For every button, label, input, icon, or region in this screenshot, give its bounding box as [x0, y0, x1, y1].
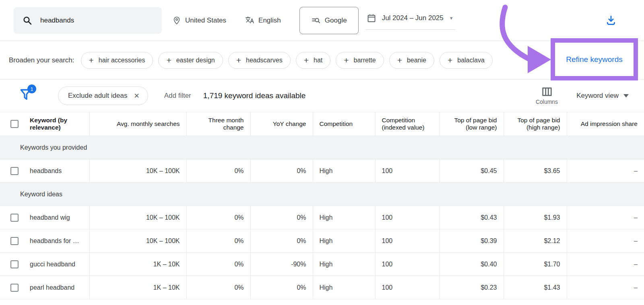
refine-keywords-button[interactable]: Refine keywords: [566, 55, 622, 64]
chip-label: headscarves: [246, 57, 283, 64]
yoy-change-cell: 0%: [250, 159, 313, 183]
keyword-cell: headband wig: [30, 214, 70, 221]
competition-cell: High: [313, 206, 375, 229]
table-row: gucci headband 1K – 10K 0% -90% High 100…: [0, 253, 644, 276]
header-top-bid-low[interactable]: Top of page bid (low range): [440, 112, 504, 136]
competition-indexed-cell: 100: [375, 276, 440, 299]
keyword-results-table: Keyword (by relevance) Avg. monthly sear…: [0, 112, 644, 299]
chip-label: easter design: [176, 57, 215, 64]
dropdown-arrow-icon: [623, 94, 629, 98]
row-checkbox[interactable]: [10, 214, 19, 222]
competition-indexed-cell: 100: [375, 206, 440, 229]
three-month-change-cell: 0%: [186, 253, 250, 276]
header-label: Keyword (by relevance): [30, 117, 83, 131]
avg-searches-cell: 10K – 100K: [89, 159, 186, 183]
row-checkbox[interactable]: [10, 167, 19, 175]
location-pin-icon: [172, 16, 181, 25]
view-selector[interactable]: Keyword view: [576, 92, 629, 100]
keyword-ideas-count: 1,719 keyword ideas available: [203, 91, 306, 100]
plus-icon: +: [89, 56, 94, 64]
broaden-chip-barrette[interactable]: +barrette: [336, 52, 384, 69]
translate-icon: [245, 16, 254, 25]
table-row: headbands 10K – 100K 0% 0% High 100 $0.4…: [0, 159, 644, 183]
view-selector-label: Keyword view: [576, 92, 619, 100]
header-keyword[interactable]: Keyword (by relevance): [0, 112, 89, 136]
location-label: United States: [185, 16, 226, 25]
keyword-planner-page: headbands United States English Google J…: [0, 0, 644, 305]
header-ad-impression-share[interactable]: Ad impression share: [567, 112, 644, 136]
search-icon: [23, 16, 32, 25]
three-month-change-cell: 0%: [186, 159, 250, 183]
header-avg-monthly-searches[interactable]: Avg. monthly searches: [89, 112, 186, 136]
competition-cell: High: [313, 253, 375, 276]
avg-searches-cell: 10K – 100K: [89, 229, 186, 253]
table-header-row: Keyword (by relevance) Avg. monthly sear…: [0, 112, 644, 136]
yoy-change-cell: 0%: [250, 206, 313, 229]
top-bid-low-cell: $0.43: [440, 206, 504, 229]
avg-searches-cell: 1K – 10K: [89, 253, 186, 276]
header-competition-indexed[interactable]: Competition (indexed value): [375, 112, 440, 136]
network-label: Google: [325, 16, 347, 25]
add-filter-button[interactable]: Add filter: [164, 92, 191, 100]
section-row: Keyword ideas: [0, 183, 644, 206]
top-bid-high-cell: $1.93: [504, 206, 567, 229]
header-yoy-change[interactable]: YoY change: [250, 112, 313, 136]
competition-indexed-cell: 100: [375, 229, 440, 253]
language-label: English: [258, 16, 281, 25]
columns-button[interactable]: Columns: [536, 87, 558, 105]
broaden-chip-beanie[interactable]: +beanie: [389, 52, 434, 69]
ad-impression-share-cell: –: [567, 206, 644, 229]
competition-indexed-cell: 100: [375, 159, 440, 183]
table-row: headband wig 10K – 100K 0% 0% High 100 $…: [0, 206, 644, 229]
table-row: pearl headband 1K – 10K 0% 0% High 100 $…: [0, 276, 644, 299]
header-three-month-change[interactable]: Three month change: [186, 112, 250, 136]
plus-icon: +: [304, 56, 309, 64]
competition-cell: High: [313, 276, 375, 299]
location-selector[interactable]: United States: [172, 16, 226, 25]
section-label-keywords-you-provided: Keywords you provided: [0, 136, 644, 159]
columns-label: Columns: [536, 99, 558, 105]
keyword-cell: headbands: [30, 167, 62, 175]
competition-cell: High: [313, 229, 375, 253]
broaden-label: Broaden your search:: [9, 56, 74, 64]
close-icon[interactable]: ✕: [134, 92, 139, 100]
header-top-bid-high[interactable]: Top of page bid (high range): [504, 112, 567, 136]
header-competition[interactable]: Competition: [313, 112, 375, 136]
download-button[interactable]: [605, 15, 617, 26]
top-bid-high-cell: $1.43: [504, 276, 567, 299]
top-bid-high-cell: $1.70: [504, 253, 567, 276]
active-filter-chip[interactable]: Exclude adult ideas ✕: [58, 87, 148, 105]
top-bid-low-cell: $0.39: [440, 229, 504, 253]
three-month-change-cell: 0%: [186, 206, 250, 229]
plus-icon: +: [344, 56, 349, 64]
chip-label: hat: [314, 57, 322, 64]
top-bid-high-cell: $3.65: [504, 159, 567, 183]
ad-impression-share-cell: –: [567, 253, 644, 276]
search-value: headbands: [40, 16, 74, 25]
plus-icon: +: [166, 56, 171, 64]
broaden-chip-hair-accessories[interactable]: +hair accessories: [81, 52, 153, 69]
plus-icon: +: [236, 56, 241, 64]
ad-impression-share-cell: –: [567, 229, 644, 253]
yoy-change-cell: 0%: [250, 229, 313, 253]
date-range-label: Jul 2024 – Jun 2025: [382, 14, 444, 22]
filter-count-badge: 1: [27, 84, 36, 93]
broaden-chip-list: +hair accessories +easter design +headsc…: [81, 52, 493, 69]
language-selector[interactable]: English: [245, 16, 281, 25]
filter-bar: 1 Exclude adult ideas ✕ Add filter 1,719…: [0, 80, 644, 112]
broaden-chip-easter-design[interactable]: +easter design: [158, 52, 223, 69]
filter-button[interactable]: 1: [19, 87, 35, 105]
chip-label: beanie: [407, 57, 426, 64]
row-checkbox[interactable]: [10, 260, 19, 268]
broaden-chip-hat[interactable]: +hat: [296, 52, 331, 69]
select-all-checkbox[interactable]: [10, 120, 19, 128]
row-checkbox[interactable]: [10, 237, 19, 245]
broaden-chip-headscarves[interactable]: +headscarves: [228, 52, 291, 69]
row-checkbox[interactable]: [10, 284, 19, 292]
network-selector-button[interactable]: Google: [299, 7, 359, 34]
search-network-icon: [311, 16, 321, 25]
section-row: Keywords you provided: [0, 136, 644, 159]
search-input[interactable]: headbands: [14, 7, 162, 34]
ad-impression-share-cell: –: [567, 159, 644, 183]
date-range-selector[interactable]: Jul 2024 – Jun 2025 ▼: [363, 11, 458, 30]
